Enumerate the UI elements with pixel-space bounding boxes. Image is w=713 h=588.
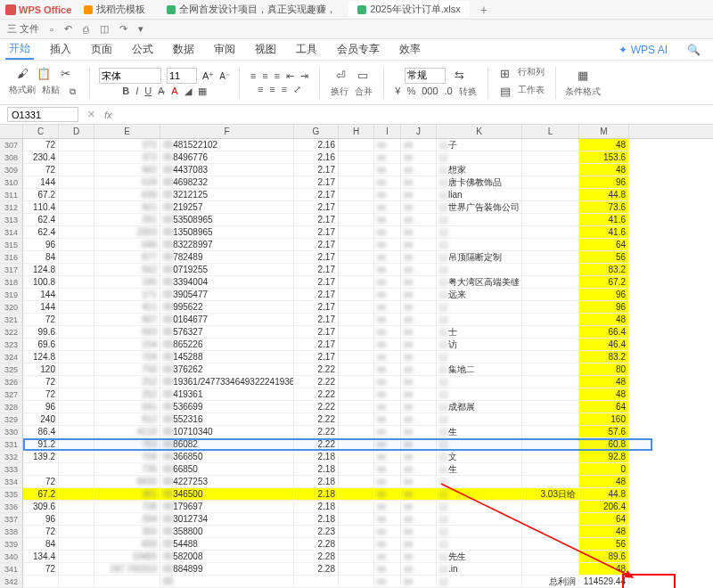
cell[interactable]: xx xyxy=(374,376,401,388)
cell[interactable] xyxy=(339,501,374,513)
cell[interactable]: 124.8 xyxy=(23,351,59,363)
cell[interactable]: xx xyxy=(401,413,437,426)
cell[interactable]: 004437083 xyxy=(160,164,294,176)
cell[interactable]: 口子 xyxy=(437,139,522,151)
cell[interactable] xyxy=(59,451,94,463)
cell[interactable]: 2.22 xyxy=(294,376,339,388)
cell[interactable]: xx xyxy=(401,189,437,201)
cell[interactable]: 00219257 xyxy=(160,201,294,214)
strike-button[interactable]: A̶ xyxy=(156,86,167,97)
cell[interactable] xyxy=(339,276,374,289)
align-bottom-icon[interactable]: ≡ xyxy=(273,70,282,82)
format-painter-icon[interactable]: 🖌 xyxy=(14,66,30,82)
cell[interactable] xyxy=(59,476,94,488)
cell[interactable]: 982 xyxy=(94,164,160,176)
cell[interactable]: xx xyxy=(401,401,437,413)
font-select[interactable] xyxy=(99,68,161,84)
cell[interactable] xyxy=(522,301,579,314)
cell[interactable]: 口 xyxy=(437,513,522,526)
cell[interactable] xyxy=(59,488,94,501)
cell[interactable]: 48 xyxy=(579,476,629,488)
cell[interactable] xyxy=(522,538,579,551)
cell[interactable]: 812 xyxy=(94,413,160,426)
cell[interactable]: 口lian xyxy=(437,189,522,201)
cell[interactable]: xx xyxy=(374,301,401,314)
cell[interactable] xyxy=(59,189,94,201)
cell[interactable]: xx xyxy=(401,139,437,151)
cell[interactable]: 99.6 xyxy=(23,326,59,339)
cell[interactable] xyxy=(59,551,94,563)
cell[interactable]: 247.700333 xyxy=(94,563,160,576)
cell[interactable]: xx xyxy=(401,526,437,538)
table-row[interactable]: 31684877007824892.17xxxx口吊顶隔断定制56 xyxy=(0,251,713,264)
cell[interactable]: 口 xyxy=(437,226,522,239)
table-row[interactable]: 33567.2361003465002.18xxxx口3.03日给44.8 xyxy=(0,488,713,501)
cell[interactable] xyxy=(339,388,374,401)
cell[interactable]: xx xyxy=(401,538,437,551)
cell[interactable]: 630 xyxy=(94,189,160,201)
cell[interactable]: xx xyxy=(374,576,401,588)
cell[interactable]: 230.4 xyxy=(23,151,59,164)
cell[interactable]: 2.17 xyxy=(294,314,339,326)
cell[interactable] xyxy=(522,276,579,289)
indent-dec-icon[interactable]: ⇤ xyxy=(284,70,296,82)
cell[interactable]: 00179697 xyxy=(160,501,294,513)
cell[interactable]: 84 xyxy=(23,538,59,551)
cell[interactable]: 2.17 xyxy=(294,251,339,264)
cell[interactable]: 00552316 xyxy=(160,413,294,426)
cell[interactable]: 2.17 xyxy=(294,276,339,289)
cell[interactable]: 口访 xyxy=(437,339,522,351)
row-header[interactable]: 313 xyxy=(0,214,23,226)
cell[interactable]: 72 xyxy=(23,164,59,176)
cell[interactable]: 48 xyxy=(579,314,629,326)
orient-icon[interactable]: ⤢ xyxy=(291,84,303,95)
cell[interactable] xyxy=(94,576,160,588)
cell[interactable]: 口世界广告装饰公司 xyxy=(437,201,522,214)
cell[interactable]: 2.22 xyxy=(294,426,339,438)
col-header[interactable]: G xyxy=(294,125,339,138)
cell[interactable]: xx xyxy=(374,363,401,376)
cell[interactable]: 2.18 xyxy=(294,476,339,488)
cell[interactable]: 2.23 xyxy=(294,526,339,538)
cell[interactable] xyxy=(339,576,374,588)
row-header[interactable]: 327 xyxy=(0,388,23,401)
cell[interactable]: 64 xyxy=(579,401,629,413)
cell[interactable]: 008496776 xyxy=(160,151,294,164)
cell[interactable] xyxy=(522,176,579,189)
cell[interactable] xyxy=(59,463,94,476)
cell[interactable]: 2.22 xyxy=(294,363,339,376)
cell[interactable]: xx xyxy=(374,151,401,164)
file-menu[interactable]: 三 文件 xyxy=(5,22,41,36)
col-header[interactable]: K xyxy=(437,125,522,138)
cell[interactable]: 004698232 xyxy=(160,176,294,189)
tab-templates[interactable]: 找稻壳模板 xyxy=(75,1,154,18)
cell[interactable]: 921 xyxy=(94,201,160,214)
table-row[interactable]: 337963940030127342.18xxxx口64 xyxy=(0,513,713,526)
cell[interactable]: xx xyxy=(401,551,437,563)
cell[interactable]: 004227253 xyxy=(160,476,294,488)
row-header[interactable]: 321 xyxy=(0,314,23,326)
cell[interactable]: 4110 xyxy=(94,426,160,438)
cell[interactable]: 2003 xyxy=(94,226,160,239)
cell[interactable]: 66.4 xyxy=(579,326,629,339)
table-row[interactable]: 3398466800544882.28xxxx口56 xyxy=(0,538,713,551)
cell[interactable]: 2.17 xyxy=(294,301,339,314)
cell[interactable]: 口 xyxy=(437,576,522,588)
bold-button[interactable]: B xyxy=(120,86,131,97)
cell[interactable] xyxy=(59,139,94,151)
cell[interactable]: 144 xyxy=(23,289,59,301)
table-row[interactable]: 34200xxxx口总利润114529.44 xyxy=(0,576,713,588)
italic-button[interactable]: I xyxy=(134,86,140,97)
dec-inc-icon[interactable]: .0 xyxy=(443,86,455,98)
cell[interactable]: xx xyxy=(374,501,401,513)
percent-icon[interactable]: % xyxy=(405,86,417,98)
cell[interactable]: 口 xyxy=(437,413,522,426)
cell[interactable]: 00419361 xyxy=(160,388,294,401)
cell[interactable]: 120 xyxy=(23,363,59,376)
cell[interactable]: xx xyxy=(401,164,437,176)
cell[interactable]: 000719255 xyxy=(160,264,294,276)
row-header[interactable]: 324 xyxy=(0,351,23,363)
row-header[interactable]: 329 xyxy=(0,413,23,426)
cell[interactable]: 2.17 xyxy=(294,351,339,363)
cell[interactable]: 2.18 xyxy=(294,451,339,463)
